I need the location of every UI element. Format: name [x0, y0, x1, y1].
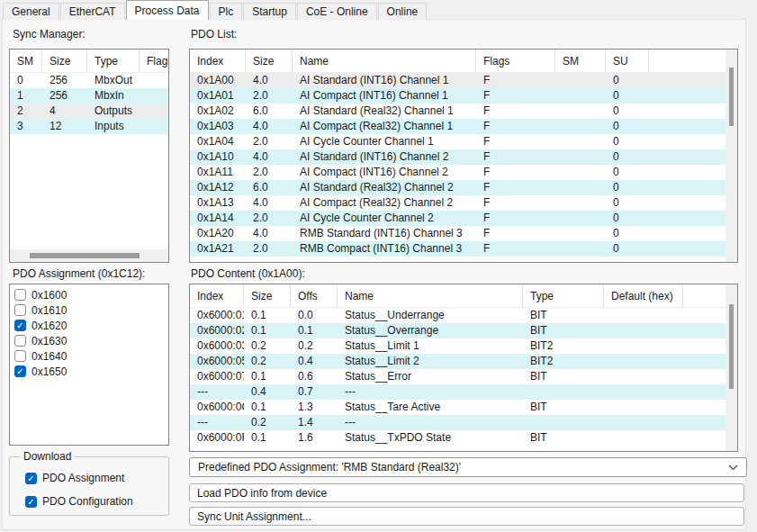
tab-process-data[interactable]: Process Data [126, 0, 209, 20]
pdo-list-vertical-scrollbar[interactable] [725, 50, 737, 262]
table-cell: BIT [523, 308, 604, 323]
table-row[interactable]: 0x6000:0C0.11.3Status__Tare ActiveBIT [190, 400, 737, 415]
table-row[interactable]: 0x6000:010.10.0Status__UnderrangeBIT [190, 308, 737, 323]
checked-checkbox[interactable]: ✓ [25, 473, 37, 484]
tab-startup[interactable]: Startup [243, 3, 296, 20]
sync-manager-table: SMSizeTypeFlags0256MbxOut1256MbxIn24Outp… [9, 49, 169, 263]
tab-coe-online[interactable]: CoE - Online [297, 3, 377, 20]
table-cell: RMB Standard (INT16) Channel 3 [293, 226, 476, 241]
column-header[interactable]: SU [606, 50, 649, 72]
column-header[interactable]: Type [87, 50, 140, 72]
table-cell: 0 [606, 134, 649, 149]
table-row[interactable]: 0x1A026.0AI Standard (Real32) Channel 1F… [190, 104, 737, 119]
unchecked-checkbox[interactable] [14, 304, 26, 316]
table-row[interactable]: 0x1A042.0AI Cycle Counter Channel 1F0 [190, 134, 737, 149]
sync-unit-assignment-button[interactable]: Sync Unit Assignment... [189, 507, 744, 526]
table-cell: BIT [523, 323, 604, 338]
column-header[interactable]: Index [190, 284, 244, 307]
checkbox-item[interactable]: 0x1630 [10, 333, 168, 348]
tab-general[interactable]: General [3, 3, 59, 20]
table-row[interactable]: ---0.40.7--- [190, 384, 737, 400]
column-header[interactable]: Flags [476, 50, 555, 72]
table-cell: 3 [10, 119, 42, 134]
table-row[interactable]: 0x1A134.0AI Compact (Real32) Channel 2F0 [190, 195, 737, 211]
column-header[interactable]: Default (hex) [604, 284, 683, 307]
table-cell: 2.0 [246, 165, 293, 180]
table-cell: 0 [606, 241, 649, 257]
table-row[interactable]: ---0.21.4--- [190, 415, 737, 430]
table-cell [555, 119, 606, 134]
table-cell: 0 [606, 180, 649, 195]
tab-online[interactable]: Online [378, 3, 428, 20]
column-header[interactable]: Size [244, 284, 291, 307]
column-header[interactable]: Flags [140, 50, 169, 72]
table-row[interactable]: 1256MbxIn [10, 88, 168, 104]
table-row[interactable]: 0x1A212.0RMB Compact (INT16) Channel 3F0 [190, 241, 737, 257]
column-header[interactable]: Offs [291, 284, 338, 307]
checkbox-item[interactable]: 0x1610 [10, 302, 168, 318]
table-cell [555, 104, 606, 119]
table-row[interactable]: 0x1A112.0AI Compact (INT16) Channel 2F0 [190, 165, 737, 180]
table-cell: 256 [42, 88, 87, 104]
scrollbar-thumb[interactable] [729, 304, 734, 389]
pdo-content-vertical-scrollbar[interactable] [725, 284, 737, 451]
unchecked-checkbox[interactable] [14, 335, 26, 347]
table-cell: 0 [606, 88, 649, 104]
checkbox-item[interactable]: ✓PDO Assignment [21, 466, 165, 490]
checkbox-item[interactable]: ✓0x1620 [10, 318, 168, 333]
column-header[interactable]: Type [523, 284, 604, 307]
table-cell: Status__TxPDO State [338, 430, 523, 446]
checkbox-item[interactable]: 0x1600 [10, 287, 168, 302]
unchecked-checkbox[interactable] [14, 350, 26, 362]
column-header[interactable]: Size [246, 50, 293, 72]
checkbox-item[interactable]: ✓PDO Configuration [21, 490, 165, 513]
table-row[interactable]: 0x1A012.0AI Compact (INT16) Channel 1F0 [190, 88, 737, 104]
column-header[interactable]: Name [293, 50, 476, 72]
unchecked-checkbox[interactable] [14, 289, 26, 301]
table-cell: 2 [10, 104, 42, 119]
sync-manager-horizontal-scrollbar[interactable] [10, 249, 168, 262]
table-row[interactable]: 0x1A034.0AI Compact (Real32) Channel 1F0 [190, 119, 737, 134]
table-row[interactable]: 0x1A126.0AI Standard (Real32) Channel 2F… [190, 180, 737, 195]
table-cell: 0.2 [244, 338, 291, 354]
checkbox-item[interactable]: ✓0x1650 [10, 364, 168, 379]
column-header[interactable]: Size [42, 50, 87, 72]
table-row[interactable]: 0256MbxOut [10, 73, 168, 88]
table-row[interactable]: 24Outputs [10, 104, 168, 119]
table-row[interactable]: 0x6000:020.10.1Status__OverrangeBIT [190, 323, 737, 338]
predefined-pdo-assignment-dropdown[interactable]: Predefined PDO Assignment: 'RMB Standard… [189, 457, 747, 477]
table-row[interactable]: 0x1A142.0AI Cycle Counter Channel 2F0 [190, 211, 737, 226]
table-row[interactable]: 0x1A004.0AI Standard (INT16) Channel 1F0 [190, 73, 737, 88]
tab-plc[interactable]: Plc [210, 3, 243, 20]
checked-checkbox[interactable]: ✓ [14, 320, 26, 331]
checked-checkbox[interactable]: ✓ [25, 496, 37, 508]
table-cell: F [476, 226, 555, 241]
table-cell: 0x6000:0C [190, 400, 244, 415]
table-row[interactable]: 0x1A104.0AI Standard (INT16) Channel 2F0 [190, 149, 737, 165]
tab-ethercat[interactable]: EtherCAT [60, 3, 125, 20]
table-cell: AI Cycle Counter Channel 2 [293, 211, 476, 226]
column-header[interactable]: SM [10, 50, 42, 72]
dropdown-selected-value: Predefined PDO Assignment: 'RMB Standard… [198, 461, 728, 473]
table-cell: 2.0 [246, 211, 293, 226]
checkbox-item[interactable]: 0x1640 [10, 348, 168, 364]
table-row[interactable]: 0x6000:050.20.4Status__Limit 2BIT2 [190, 354, 737, 369]
table-row[interactable]: 0x6000:030.20.2Status__Limit 1BIT2 [190, 338, 737, 354]
table-row[interactable]: 312Inputs [10, 119, 168, 134]
scrollbar-thumb[interactable] [729, 68, 734, 126]
table-cell [555, 226, 606, 241]
table-cell: 0x1A03 [190, 119, 246, 134]
column-header[interactable]: SM [555, 50, 606, 72]
table-row[interactable]: 0x1A204.0RMB Standard (INT16) Channel 3F… [190, 226, 737, 241]
table-row[interactable]: 0x6000:070.10.6Status__ErrorBIT [190, 369, 737, 384]
column-header[interactable]: Index [190, 50, 246, 72]
table-cell: 4.0 [246, 149, 293, 165]
table-cell [140, 73, 169, 88]
checked-checkbox[interactable]: ✓ [14, 365, 26, 377]
table-row[interactable]: 0x6000:0F0.11.6Status__TxPDO StateBIT [190, 430, 737, 446]
column-header[interactable]: Name [338, 284, 523, 307]
table-cell: 0.1 [291, 323, 338, 338]
scrollbar-thumb[interactable] [30, 253, 140, 258]
table-cell: 0 [606, 211, 649, 226]
load-pdo-info-button[interactable]: Load PDO info from device [189, 483, 744, 502]
